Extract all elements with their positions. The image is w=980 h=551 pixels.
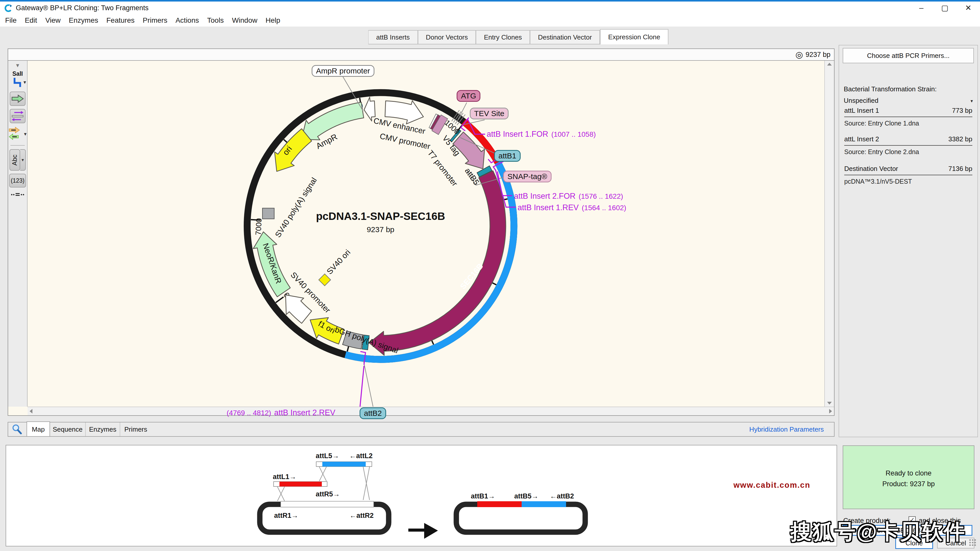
sv40-ori-diamond — [319, 274, 331, 286]
text-labels-dropdown[interactable]: ▾ — [20, 149, 26, 171]
strain-dropdown-icon: ▾ — [970, 96, 973, 106]
item-size: 3382 bp — [948, 135, 972, 143]
menu-file[interactable]: File — [1, 14, 21, 27]
window-controls: – ▢ ✕ — [910, 2, 980, 14]
text-labels-button[interactable]: Abc — [10, 149, 20, 171]
resize-grip[interactable] — [969, 539, 977, 546]
ccdb-region — [281, 501, 374, 507]
enzyme-dropdown-icon[interactable]: ▾ — [24, 79, 26, 85]
orf-arrows-icon — [8, 127, 21, 141]
attr5-label: attR5→ — [316, 490, 340, 498]
orf-tool[interactable]: ▾ — [8, 127, 27, 141]
tab-entry-clones[interactable]: Entry Clones — [476, 30, 530, 44]
app-icon — [4, 3, 13, 13]
tab-attb-inserts[interactable]: attB Inserts — [368, 30, 418, 44]
map-side-toolbar: ▾ SalI ▾ — [8, 61, 27, 407]
attl-insert-2-fill — [322, 462, 366, 467]
features-toggle-button[interactable] — [10, 92, 25, 106]
menu-enzymes[interactable]: Enzymes — [65, 14, 102, 27]
item-size: 773 bp — [952, 106, 972, 114]
map-header: ◎ 9237 bp — [8, 49, 834, 61]
primers-toggle-button[interactable] — [10, 109, 25, 123]
map-vertical-scrollbar[interactable] — [824, 61, 834, 407]
tab-expression-clone[interactable]: Expression Clone — [600, 29, 668, 44]
item-source: Source: Entry Clone 2.dna — [844, 148, 972, 156]
sv40-polya-box — [262, 208, 274, 219]
view-tab-sequence[interactable]: Sequence — [50, 422, 86, 436]
feature-arrow-icon — [11, 94, 24, 103]
plasmid-map-canvas[interactable]: 20003000400050006000700080009000AmpRoriS… — [27, 61, 824, 407]
view-tab-map[interactable]: Map — [27, 421, 50, 436]
titlebar: Gateway® BP+LR Cloning: Two Fragments – … — [0, 2, 980, 14]
attl-insert-2-item[interactable]: attL Insert 2 3382 bp Source: Entry Clon… — [844, 135, 972, 156]
status-box: Ready to clone Product: 9237 bp — [843, 445, 974, 509]
attr2-label: ←attR2 — [349, 512, 374, 519]
menu-edit[interactable]: Edit — [21, 14, 41, 27]
attl5-label: attL5→ — [316, 452, 339, 460]
product-insert-1-segment — [477, 501, 522, 507]
close-button[interactable]: ✕ — [956, 2, 980, 14]
feature-ampr-promoter — [364, 97, 375, 121]
menu-window[interactable]: Window — [228, 14, 262, 27]
view-tabstrip: Map Sequence Enzymes Primers Hybridizati… — [8, 422, 835, 437]
ruler-icon[interactable] — [11, 192, 25, 198]
scroll-down-icon[interactable] — [827, 402, 832, 405]
plasmid-map-widget: ◎ 9237 bp ▾ SalI ▾ — [8, 48, 835, 416]
svg-text:SV40 ori: SV40 ori — [325, 248, 352, 276]
website-watermark: www.cabit.com.cn — [733, 481, 810, 489]
svg-text:attB5: attB5 — [463, 166, 481, 186]
tab-donor-vectors[interactable]: Donor Vectors — [418, 30, 476, 44]
svg-text:7000: 7000 — [254, 218, 263, 235]
map-horizontal-scrollbar[interactable] — [27, 407, 834, 415]
menubar: File Edit View Enzymes Features Primers … — [0, 14, 980, 27]
cloning-sidebar: Choose attB PCR Primers... Bacterial Tra… — [838, 45, 978, 437]
strain-label: Bacterial Transformation Strain: — [844, 85, 937, 93]
expression-clone-shape — [456, 504, 585, 532]
strain-value: Unspecified — [844, 97, 878, 104]
sequence-size: 9237 bp — [805, 51, 830, 59]
abc-label: Abc — [11, 154, 19, 165]
strain-dropdown[interactable]: Unspecified ▾ — [844, 95, 973, 106]
scroll-right-icon[interactable] — [829, 409, 832, 413]
maximize-button[interactable]: ▢ — [933, 2, 956, 14]
item-name: attL Insert 2 — [844, 135, 879, 143]
view-tab-enzymes[interactable]: Enzymes — [86, 422, 120, 436]
plasmid-map: 20003000400050006000700080009000AmpRoriS… — [27, 61, 824, 407]
window-title: Gateway® BP+LR Cloning: Two Fragments — [16, 2, 148, 14]
menu-tools[interactable]: Tools — [203, 14, 228, 27]
view-tab-primers[interactable]: Primers — [120, 422, 151, 436]
attb2-label: ←attB2 — [550, 492, 574, 500]
menu-features[interactable]: Features — [102, 14, 139, 27]
attb1-label: attB1→ — [471, 492, 495, 500]
application-window: Gateway® BP+LR Cloning: Two Fragments – … — [0, 0, 980, 551]
document-tabs: attB Inserts Donor Vectors Entry Clones … — [368, 30, 668, 44]
choose-attb-primers-button[interactable]: Choose attB PCR Primers... — [843, 48, 974, 63]
reaction-arrow-icon — [408, 523, 438, 539]
enzyme-name: SalI — [8, 70, 27, 77]
numbering-button[interactable]: (123) — [9, 174, 26, 187]
toolbar-collapse-icon[interactable]: ▾ — [16, 63, 19, 68]
menu-primers[interactable]: Primers — [138, 14, 171, 27]
item-name: Destination Vector — [844, 165, 898, 173]
scroll-up-icon[interactable] — [827, 63, 832, 65]
destination-vector-item[interactable]: Destination Vector 7136 bp pcDNA™3.1/nV5… — [844, 165, 972, 185]
menu-help[interactable]: Help — [261, 14, 284, 27]
status-line1: Ready to clone — [843, 469, 974, 477]
circular-topology-icon: ◎ — [795, 49, 803, 60]
enzyme-cut-icon — [12, 77, 23, 87]
minimize-button[interactable]: – — [910, 2, 933, 14]
tab-destination-vector[interactable]: Destination Vector — [530, 30, 600, 44]
item-size: 7136 bp — [948, 165, 972, 173]
scroll-left-icon[interactable] — [30, 409, 32, 413]
svg-text:SV40 poly(A) signal: SV40 poly(A) signal — [273, 176, 319, 239]
attl-insert-1-item[interactable]: attL Insert 1 773 bp Source: Entry Clone… — [844, 106, 972, 127]
enzyme-tool[interactable]: SalI ▾ — [8, 70, 27, 89]
menu-actions[interactable]: Actions — [172, 14, 203, 27]
search-icon[interactable] — [11, 424, 23, 435]
hybridization-parameters-link[interactable]: Hybridization Parameters — [749, 426, 824, 433]
orf-dropdown-icon[interactable]: ▾ — [24, 131, 27, 137]
menu-view[interactable]: View — [41, 14, 65, 27]
numbering-label: (123) — [11, 177, 24, 184]
plasmid-size: 9237 bp — [367, 225, 394, 233]
attb5-label: attB5→ — [514, 492, 538, 500]
